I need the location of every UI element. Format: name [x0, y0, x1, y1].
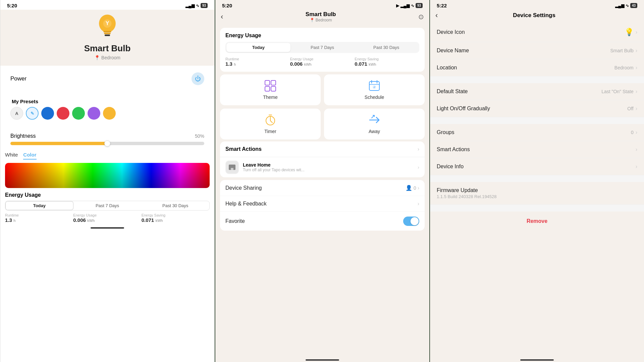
p2-tab-today[interactable]: Today: [226, 43, 290, 52]
presets-label: My Presets: [10, 99, 204, 104]
stat-energy-saving: Energy Saving 0.071 kWh: [142, 213, 210, 223]
section-gap-3: [430, 175, 644, 182]
stat-energy-usage: Energy Usage 0.006 kWh: [73, 213, 141, 223]
status-bar-1: 5:20 ▂▄▆ ∿ 93: [0, 0, 214, 10]
preset-red[interactable]: [57, 107, 69, 120]
nav-arrow-icon: ▶: [396, 3, 399, 8]
device-icon-item[interactable]: Device Icon 💡 ›: [430, 22, 644, 42]
schedule-icon: ✓: [368, 80, 380, 92]
home-indicator-1: [0, 223, 214, 230]
color-wheel[interactable]: [5, 163, 210, 188]
groups-chevron: ›: [636, 129, 637, 135]
brightness-value: 50%: [195, 133, 204, 139]
color-tabs: White Color: [5, 152, 210, 162]
back-button-2[interactable]: ‹: [221, 12, 223, 21]
bulb-icon: Y: [94, 13, 121, 40]
grid-item-theme[interactable]: Theme: [220, 74, 321, 105]
nav-title-3: Device Settings: [438, 12, 631, 19]
battery-3: 43: [630, 3, 637, 8]
favorite-toggle[interactable]: [403, 217, 419, 226]
energy-stats-2: Runtime 1.3 h Energy Usage 0.006 kWh Ene…: [225, 57, 419, 67]
power-card: Power ⏻: [5, 68, 210, 90]
nav-bar-2: ‹ Smart Bulb 📍 Bedroom ⊙: [215, 10, 429, 25]
presets-card: My Presets A ✎: [5, 94, 210, 124]
energy-section: Energy Usage Today Past 7 Days Past 30 D…: [5, 192, 210, 223]
signal-icon-3: ▂▄▆: [615, 3, 624, 8]
svg-rect-8: [265, 86, 270, 91]
energy-stats: Runtime 1.3 h Energy Usage 0.006 kWh Ene…: [5, 213, 210, 223]
svg-line-18: [270, 121, 272, 123]
status-icons-2: ▶ ▂▄▆ ∿ 93: [396, 3, 423, 8]
home-indicator-3: [430, 355, 644, 362]
p2-tab-30days[interactable]: Past 30 Days: [354, 43, 418, 52]
toggle-knob: [411, 217, 419, 225]
status-bar-3: 5:22 ▂▄▆ ∿ 43: [430, 0, 644, 10]
preset-a[interactable]: A: [10, 107, 23, 120]
help-chevron: ›: [418, 201, 419, 207]
svg-rect-7: [271, 80, 276, 85]
svg-rect-3: [105, 35, 110, 36]
power-button[interactable]: ⏻: [192, 72, 204, 85]
grid-item-timer[interactable]: Timer: [220, 109, 321, 139]
smart-actions-chevron: ›: [418, 146, 419, 152]
p2-stat-energy-saving: Energy Saving 0.071 kWh: [355, 57, 419, 67]
action-icon-leave-home: [225, 161, 239, 174]
smart-actions-header[interactable]: Smart Actions ›: [220, 141, 425, 157]
device-info-item[interactable]: Device Info ›: [430, 158, 644, 175]
default-state-item[interactable]: Default State Last "On" State ›: [430, 83, 644, 100]
firmware-item[interactable]: Firmware Update 1.1.5 Build 240328 Rel.1…: [430, 182, 644, 205]
energy-tabs: Today Past 7 Days Past 30 Days: [5, 201, 210, 210]
energy-tab-today[interactable]: Today: [5, 201, 73, 210]
preset-green[interactable]: [72, 107, 85, 120]
grid-label-theme: Theme: [263, 95, 278, 100]
p2-tab-7days[interactable]: Past 7 Days: [290, 43, 355, 52]
p3-settings-list: Device Icon 💡 › Device Name Smart Bulb ›…: [430, 22, 644, 355]
device-sharing-item[interactable]: Device Sharing 👤 0 ›: [220, 180, 425, 196]
location-item[interactable]: Location Bedroom ›: [430, 59, 644, 76]
remove-button[interactable]: Remove: [430, 212, 644, 231]
nav-bar-3: ‹ Device Settings: [430, 10, 644, 22]
energy-title-2: Energy Usage: [225, 33, 419, 39]
device-name-item[interactable]: Device Name Smart Bulb ›: [430, 42, 644, 59]
brightness-slider[interactable]: [10, 142, 204, 145]
energy-tab-30days[interactable]: Past 30 Days: [141, 201, 209, 210]
preset-yellow[interactable]: [103, 107, 116, 120]
brightness-thumb: [104, 140, 110, 146]
wifi-icon-1: ∿: [196, 3, 199, 8]
tab-white[interactable]: White: [5, 152, 18, 160]
stat-runtime: Runtime 1.3 h: [5, 213, 73, 223]
sharing-chevron: ›: [418, 185, 419, 191]
hero-section: Y Smart Bulb 📍 Bedroom: [0, 10, 214, 66]
theme-icon: [264, 80, 276, 92]
grid-label-schedule: Schedule: [365, 95, 384, 100]
svg-rect-26: [231, 168, 233, 170]
energy-tab-7days[interactable]: Past 7 Days: [73, 201, 142, 210]
grid-item-schedule[interactable]: ✓ Schedule: [324, 74, 425, 105]
settings-icon-2[interactable]: ⊙: [418, 13, 424, 21]
preset-edit[interactable]: ✎: [26, 107, 39, 120]
wifi-icon-2: ∿: [411, 3, 414, 8]
sharing-count: 0: [414, 185, 416, 191]
battery-2: 93: [416, 3, 423, 8]
action-arrow-icon: ›: [418, 165, 419, 170]
back-button-3[interactable]: ‹: [435, 11, 438, 20]
panel-3: 5:22 ▂▄▆ ∿ 43 ‹ Device Settings Device I…: [430, 0, 644, 362]
panel-2: 5:20 ▶ ▂▄▆ ∿ 93 ‹ Smart Bulb 📍 Bedroom ⊙…: [215, 0, 429, 362]
power-label: Power: [10, 75, 26, 82]
action-item-leave-home[interactable]: Leave Home Turn off all your Tapo device…: [220, 157, 425, 177]
battery-1: 93: [201, 3, 208, 8]
preset-purple[interactable]: [88, 107, 100, 120]
smart-actions-item[interactable]: Smart Actions ›: [430, 141, 644, 158]
favorite-item[interactable]: Favorite: [220, 212, 425, 231]
smart-actions-section: Smart Actions › Leave Home Turn off all …: [220, 141, 425, 177]
preset-blue[interactable]: [41, 107, 54, 120]
device-location: 📍 Bedroom: [94, 55, 120, 60]
grid-item-away[interactable]: Away: [324, 109, 425, 139]
grid-label-timer: Timer: [264, 129, 276, 134]
groups-item[interactable]: Groups 0 ›: [430, 124, 644, 141]
location-pin-icon: 📍: [94, 55, 100, 60]
help-feedback-item[interactable]: Help & Feedback ›: [220, 196, 425, 212]
device-icon-bulb: 💡: [625, 28, 634, 37]
light-gradually-item[interactable]: Light On/Off Gradually Off ›: [430, 100, 644, 117]
tab-color[interactable]: Color: [23, 152, 36, 160]
